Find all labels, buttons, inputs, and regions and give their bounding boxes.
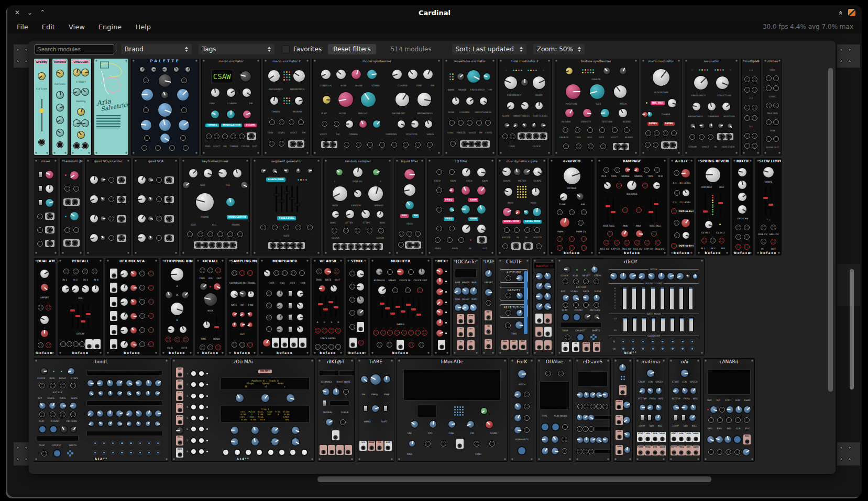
lcd-display: Havefun !! xyxy=(534,262,554,269)
module-item[interactable]: HEX MIX VCAbefaco xyxy=(106,259,158,355)
module-item[interactable]: dIKT@TCHANNELROOT NOTEGLOBALSCALE xyxy=(317,359,354,461)
module-item[interactable]: cANARdRECG/TSTRTLENREADSPDENVINDCLREOCEO… xyxy=(704,359,754,461)
module-item[interactable]: SAMPLING MODULATORCLOCKCLK OUTTRIGGRATEI… xyxy=(228,259,257,355)
module-item[interactable]: OUAIveTYPEPLAY MODE xyxy=(537,359,572,461)
module-item[interactable]: macro oscillatorCSAWFINECOARSEFMTIMBREMO… xyxy=(202,59,260,155)
knob-icon xyxy=(477,205,486,214)
minimize-button[interactable]: ⌄ xyxy=(27,5,32,20)
module-item[interactable]: dTrOYCLOCKRUNRESETSTEPSEXT CLKKEYSCALEGA… xyxy=(557,259,704,355)
module-item[interactable]: quad VC-polarizer xyxy=(86,159,130,255)
module-item[interactable]: multiples1:32:23:1 xyxy=(742,59,760,155)
module-item[interactable]: wavetable oscillatorBANKRANGEFREQUENCYFM… xyxy=(444,59,496,155)
led-icon xyxy=(525,186,526,187)
module-controls-row xyxy=(705,406,753,413)
module-item[interactable]: mixer xyxy=(34,159,58,255)
module-item[interactable]: maGmaSTARTLENSPEEDFLT.TYPFREQRESLOOPTAQK… xyxy=(635,359,666,461)
module-item[interactable]: GrabbyCut Scale xyxy=(34,59,49,155)
module-item[interactable]: zOù MAïCLKRSTGTEGTRPTRNFILLRUN12345678ON… xyxy=(172,359,314,461)
module-item[interactable]: meta modulatorALGORITHMINT. OSCTIMBRELEV… xyxy=(641,59,681,155)
module-item[interactable]: Havefun !! xyxy=(533,259,554,355)
module-item[interactable]: evenVCOOCTAVETUNEFMPWMPWM CVbefaco xyxy=(550,159,594,255)
module-item[interactable]: tOCAnTeBPMBEATSBARFINERESETRUNMBPM/4/13/… xyxy=(453,259,479,355)
panel-label: BRIGHTNESS xyxy=(688,115,703,118)
brand-dropdown[interactable]: Brand xyxy=(121,44,192,54)
module-item[interactable]: AriaSalvatrice xyxy=(94,59,128,155)
menu-edit[interactable]: Edit xyxy=(42,23,55,31)
module-item[interactable]: random samplertDÉJÀ VUXRATELENGTHSPREADB… xyxy=(324,159,392,255)
module-item[interactable]: bordLCLOCKRUNRESETSTEPSEXT CLKKEYSCALEGA… xyxy=(34,359,169,461)
module-item[interactable]: tidal modulator 2FREQUENCYSHAPESLOPESMOO… xyxy=(499,59,551,155)
panel-label: SLIDE xyxy=(71,397,78,400)
module-item[interactable]: utilitiesSIGNLOGICMAX MINS&HNOISE OUT xyxy=(763,59,782,155)
lcd-display xyxy=(86,370,162,375)
module-item[interactable]: lATeOFFSETRSTINOUT xyxy=(482,259,495,355)
search-input[interactable] xyxy=(35,44,114,54)
module-item[interactable]: ChUTEALTITUDEGRAVITYRESTITUTIONTRIGFALLA… xyxy=(498,259,530,355)
favorites-checkbox[interactable] xyxy=(282,46,290,53)
module-item[interactable]: PERCALLIN 1IN 2IN 3IN 4VOLDECAYbefaco xyxy=(58,259,103,355)
browser-vertical-scrollbar[interactable] xyxy=(828,68,833,392)
sort-dropdown[interactable]: Sort: Last updated xyxy=(452,44,526,54)
module-item[interactable]: oAïSTARTLENSPEEDFLT.TYPFREQRESLOOPTAQKIL… xyxy=(669,359,700,461)
module-item[interactable]: keyframer/mixerADDDELFRAMEMODULATIONEDIT… xyxy=(181,159,249,255)
module-item[interactable]: UnDuLaRX Step YPadding xyxy=(71,59,91,155)
toggle-switch-icon xyxy=(288,314,292,320)
module-item[interactable]: EQ filterFREQGAINFREQGAINFREQGAINFREQGAI… xyxy=(427,159,495,255)
module-item[interactable]: liMonADeUNIV/OFINEFMSCANRNGSYNC xyxy=(397,359,507,461)
module-item[interactable]: bernoulli gate xyxy=(61,159,83,255)
zoom-dropdown[interactable]: Zoom: 50% xyxy=(533,44,585,54)
module-item[interactable]: PALETTE xyxy=(131,59,199,155)
module-controls-row: STRT xyxy=(614,415,631,425)
module-controls-row xyxy=(372,298,429,319)
module-item[interactable]: DUAL ATENUVERTEROFFSETbefaco xyxy=(34,259,55,355)
module-item[interactable]: MEX xyxy=(434,259,449,355)
module-item[interactable]: STMIXbefaco xyxy=(346,259,367,355)
knob-pointer-icon xyxy=(536,296,540,297)
pad-label: G2 xyxy=(574,342,577,344)
module-item[interactable]: liquid filterRESFMFREQ xyxy=(395,159,424,255)
jack-icon xyxy=(260,225,266,230)
rack-horizontal-scrollbar[interactable] xyxy=(317,476,711,482)
module-item[interactable]: segment generatorSHAPE/TIMETIME/LEVELGAT… xyxy=(252,159,321,255)
menu-file[interactable]: File xyxy=(17,23,28,31)
module-item[interactable]: RAMPAGEIN ATRIGRANGERANGETRIGIN BBALANCE… xyxy=(597,159,667,255)
knob-icon xyxy=(409,441,415,447)
module-item[interactable]: quad VCA xyxy=(134,159,178,255)
tags-dropdown[interactable]: Tags xyxy=(199,44,274,54)
jack-icon xyxy=(744,76,750,82)
module-item[interactable]: VC ADSRTRIGGATEOUTADSRSTATE GATESbefaco xyxy=(313,259,343,355)
pad-jack-icon: LOOP xyxy=(616,400,623,410)
module-item[interactable]: resonatorFREQUENCYSTRUCTUREBRIGHTNESSDAM… xyxy=(684,59,739,155)
knob-icon xyxy=(101,216,105,221)
close-button[interactable]: ✕ xyxy=(15,5,20,20)
module-item[interactable]: GATELOOPSTRTLENSPD xyxy=(613,359,632,461)
module-item[interactable]: KICKALLTRIGVOLOUTKICKTIMEBENDbefaco xyxy=(196,259,225,355)
menu-help[interactable]: Help xyxy=(135,23,151,31)
knob-icon xyxy=(682,169,690,177)
module-item[interactable]: TiAREFMFREQFINEHARDSOFTV/OSYNCFMOUT xyxy=(357,359,394,461)
module-item[interactable]: dual dynamics gateSHAPEMETERSHAPEMODMODL… xyxy=(498,159,546,255)
module-item[interactable]: SPRING REVERBDRY/WETWETCV IN 1CV IN 2IN … xyxy=(697,159,729,255)
module-item[interactable]: CHOPPING KINKYA✕BCV ACV Bbefaco xyxy=(161,259,193,355)
white-slider-icon xyxy=(670,317,675,332)
rack-vertical-scrollbar[interactable] xyxy=(850,269,854,389)
module-item[interactable]: RotatoesCut Scale xyxy=(52,59,68,155)
module-item[interactable]: macro oscillator 2FREQUENCYHARMONICSTIMB… xyxy=(263,59,310,155)
module-panel: OFFSETRSTINOUT xyxy=(482,265,495,355)
reset-filters-button[interactable]: Reset filters xyxy=(328,44,376,54)
module-item[interactable]: ForKPITCHFORMANTS xyxy=(510,359,534,461)
module-item[interactable]: modal synthesizerCONTOURBOWBLOWSTRIKECOA… xyxy=(313,59,441,155)
module-controls-row xyxy=(347,296,366,304)
module-controls-row xyxy=(539,381,571,409)
menu-view[interactable]: View xyxy=(69,23,85,31)
module-item[interactable]: MIXERCH1–CH4befaco xyxy=(732,159,753,255)
module-item[interactable]: texture synthesizerFREEZEPOSITIONSIZEPIT… xyxy=(554,59,638,155)
module-item[interactable]: MORPHADERCV1CV2CV3CV4befaco xyxy=(260,259,310,355)
menu-engine[interactable]: Engine xyxy=(98,23,122,31)
module-item[interactable]: eDsaroS xyxy=(575,359,610,461)
shade-icon[interactable]: « xyxy=(837,10,844,15)
module-item[interactable]: A+B+CA 1B1 LEVELC 1C1 LEVELOUT=A·B+COUT=… xyxy=(670,159,694,255)
module-item[interactable]: SLEW LIMITERSHAPE↑ ↓RISE CVFALL CVINOUTb… xyxy=(756,159,781,255)
module-item[interactable]: MUXLICERADDRESSSPEEDCLOCK INCLOCK OUTGAT… xyxy=(370,259,431,355)
maximize-button[interactable]: ⌃ xyxy=(40,5,45,20)
